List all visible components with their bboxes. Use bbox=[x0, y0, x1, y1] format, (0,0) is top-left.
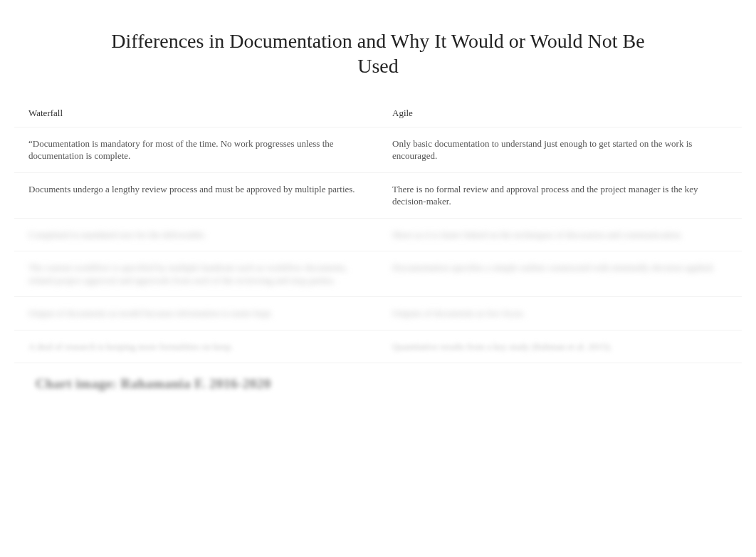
cell-agile: There is no formal review and approval p… bbox=[378, 172, 742, 218]
cell-agile-blurred: Quantitative results from a key study (R… bbox=[378, 330, 742, 363]
table-row-blurred: Completed in mandated size for the deliv… bbox=[14, 218, 742, 251]
table-row-blurred: A deal of research is keeping more forma… bbox=[14, 330, 742, 363]
comparison-table: Waterfall Agile “Documentation is mandat… bbox=[14, 100, 742, 363]
cell-waterfall-blurred: The custom workflow is specified by mult… bbox=[14, 251, 378, 297]
table-row-blurred: The custom workflow is specified by mult… bbox=[14, 251, 742, 297]
footer-citation-blurred: Chart image: Rahamania F. 2016-2020 bbox=[36, 376, 742, 392]
cell-waterfall: Documents undergo a lengthy review proce… bbox=[14, 172, 378, 218]
table-row: Documents undergo a lengthy review proce… bbox=[14, 172, 742, 218]
document-page: Differences in Documentation and Why It … bbox=[0, 0, 756, 392]
table-row: “Documentation is mandatory for most of … bbox=[14, 127, 742, 172]
cell-waterfall-blurred: Completed in mandated size for the deliv… bbox=[14, 218, 378, 251]
column-header-waterfall: Waterfall bbox=[14, 100, 378, 127]
cell-waterfall: “Documentation is mandatory for most of … bbox=[14, 127, 378, 172]
table-row-blurred: Output of documents as model because inf… bbox=[14, 297, 742, 330]
cell-waterfall-blurred: A deal of research is keeping more forma… bbox=[14, 330, 378, 363]
column-header-agile: Agile bbox=[378, 100, 742, 127]
cell-agile-blurred: Documentation specifies a simple outline… bbox=[378, 251, 742, 297]
cell-agile-blurred: Outputs of documents as low focus. bbox=[378, 297, 742, 330]
table-header-row: Waterfall Agile bbox=[14, 100, 742, 127]
page-title: Differences in Documentation and Why It … bbox=[100, 28, 656, 78]
cell-waterfall-blurred: Output of documents as model because inf… bbox=[14, 297, 378, 330]
cell-agile: Only basic documentation to understand j… bbox=[378, 127, 742, 172]
cell-agile-blurred: Short as it is faster linked on the tech… bbox=[378, 218, 742, 251]
